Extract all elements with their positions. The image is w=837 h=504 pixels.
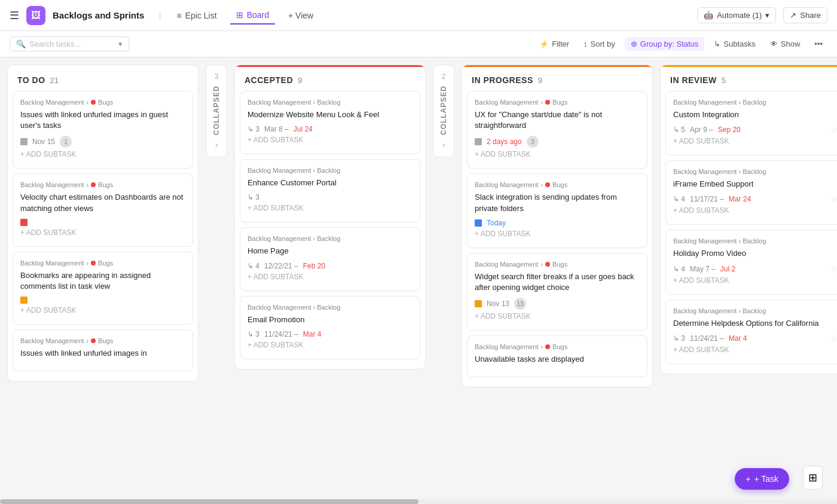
search-box[interactable]: 🔍 Search tasks... ▾ [10,36,129,51]
automate-button[interactable]: 🤖 Automate (1) ▾ [697,7,776,23]
add-subtask-button[interactable]: + ADD SUBTASK [673,343,837,356]
bug-dot [545,262,550,267]
flag-icon [475,219,482,227]
nav-epic-list[interactable]: ≡ Epic List [171,7,223,24]
add-subtask-button[interactable]: + ADD SUBTASK [673,274,837,287]
flag-icon [20,138,28,145]
card-accepted-1[interactable]: Backlog Management › Backlog Modernize W… [240,91,420,154]
sort-button[interactable]: ↕ Sort by [579,37,620,51]
filter-button[interactable]: ⚡ Filter [534,37,574,51]
card-meta: Backlog Management › Bugs [475,261,640,268]
show-button[interactable]: 👁 Show [765,37,805,51]
flag-icon [20,297,28,304]
card-footer: Nov 15 1 [20,136,185,148]
card-accepted-2[interactable]: Backlog Management › Backlog Enhance Cus… [240,159,420,222]
card-inreview-4[interactable]: Backlog Management › Backlog Determine H… [665,300,837,364]
eye-icon: 👁 [770,39,778,48]
column-header-in-review: IN REVIEW 5 [661,65,837,91]
add-subtask-button[interactable]: + ADD SUBTASK [248,338,413,352]
add-subtask-button[interactable]: + ADD SUBTASK [673,135,837,148]
column-in-progress: IN PROGRESS 9 Backlog Management › Bugs … [462,65,653,387]
bug-dot [91,338,96,343]
card-date: Nov 15 [32,138,55,146]
add-subtask-button[interactable]: + ADD SUBTASK [20,226,185,239]
horizontal-scrollbar[interactable] [0,499,837,504]
card-title: Holiday Promo Video [673,248,837,259]
avatar: 3 [527,136,539,148]
card-meta: Backlog Management › Bugs [475,181,640,188]
expand-icon[interactable]: › [442,140,445,149]
column-header-in-progress: IN PROGRESS 9 [462,65,652,91]
card-title: iFrame Embed Support [673,179,837,190]
card-date-start: 11/24/21 – [264,330,298,338]
nav-view[interactable]: + View [282,7,319,24]
toolbar: 🔍 Search tasks... ▾ ⚡ Filter ↕ Sort by ⊛… [0,31,837,57]
add-subtask-button[interactable]: + ADD SUBTASK [673,204,837,217]
card-todo-3[interactable]: Backlog Management › Bugs Bookmarks are … [13,252,193,325]
card-footer: ↳ 5 Apr 9 – Sep 20 ☆ [673,125,837,135]
add-subtask-button[interactable]: + ADD SUBTASK [20,304,185,317]
card-date-start: 11/24/21 – [690,334,724,343]
header: ☰ 🖼 Backlogs and Sprints | ≡ Epic List ⊞… [0,0,837,31]
card-inprogress-2[interactable]: Backlog Management › Bugs Slack integrat… [467,173,647,248]
column-title-todo: TO DO [17,75,45,85]
add-subtask-button[interactable]: + ADD SUBTASK [248,270,413,283]
collapsed-label: COLLAPSED [439,85,448,135]
group-button[interactable]: ⊛ Group by: Status [625,37,705,51]
list-icon: ≡ [177,11,182,20]
card-accepted-3[interactable]: Backlog Management › Backlog Home Page ↳… [240,227,420,291]
scrollbar-thumb[interactable] [0,499,418,504]
card-footer: ↳ 4 11/17/21 – Mar 24 ☆ [673,194,837,204]
bug-dot [91,261,96,265]
card-accepted-4[interactable]: Backlog Management › Backlog Email Promo… [240,296,420,359]
expand-icon[interactable]: › [215,140,218,149]
card-date-start: Mar 8 – [264,125,289,133]
add-subtask-button[interactable]: + ADD SUBTASK [475,310,640,323]
card-inprogress-3[interactable]: Backlog Management › Bugs Widget search … [467,253,647,331]
card-inprogress-1[interactable]: Backlog Management › Bugs UX for "Change… [467,91,647,169]
subtasks-button[interactable]: ↳ Subtasks [709,37,760,51]
card-inreview-3[interactable]: Backlog Management › Backlog Holiday Pro… [665,230,837,294]
chevron-down-icon: ▾ [118,39,123,48]
subtask-count: ↳ 3 [248,330,259,338]
star-icon[interactable]: ☆ [830,264,837,274]
column-accepted: ACCEPTED 9 Backlog Management › Backlog … [234,65,426,369]
card-todo-1[interactable]: Backlog Management › Bugs Issues with li… [13,91,193,169]
add-subtask-button[interactable]: + ADD SUBTASK [248,133,413,146]
card-todo-4[interactable]: Backlog Management › Bugs Issues with li… [13,329,193,371]
avatar: 1 [60,136,72,148]
subtask-count: ↳ 4 [673,265,685,273]
board-icon: ⊞ [236,10,243,20]
add-task-button[interactable]: + + Task [735,468,789,490]
card-title: Enhance Customer Portal [248,178,413,188]
collapsed-label: COLLAPSED [212,85,221,135]
add-subtask-button[interactable]: + ADD SUBTASK [248,201,413,215]
nav-board[interactable]: ⊞ Board [230,7,275,25]
more-options-button[interactable]: ••• [809,37,827,51]
bug-dot [91,100,96,105]
bug-dot [545,100,550,105]
card-date-end: Mar 4 [729,334,747,343]
search-icon: 🔍 [16,39,26,48]
share-button[interactable]: ↗ Share [783,7,827,23]
card-date-start: Apr 9 – [690,126,713,134]
card-inreview-1[interactable]: Backlog Management › Backlog Custom Inte… [665,91,837,155]
star-icon[interactable]: ☆ [830,194,837,204]
grid-icon: ⊞ [808,471,817,484]
collapsed-count: 2 [442,72,446,81]
avatar: 13 [514,298,526,310]
column-title-accepted: ACCEPTED [245,75,293,85]
card-title: Issues with linked unfurled images in gu… [20,109,185,131]
star-icon[interactable]: ☆ [830,334,837,343]
card-inreview-2[interactable]: Backlog Management › Backlog iFrame Embe… [665,160,837,225]
star-icon[interactable]: ☆ [830,125,837,135]
add-subtask-button[interactable]: + ADD SUBTASK [475,148,640,161]
add-subtask-button[interactable]: + ADD SUBTASK [475,227,640,240]
add-subtask-button[interactable]: + ADD SUBTASK [20,148,185,161]
hamburger-icon[interactable]: ☰ [10,9,19,22]
app-grid-button[interactable]: ⊞ [803,466,823,490]
card-inprogress-4[interactable]: Backlog Management › Bugs Unavailable ta… [467,335,647,377]
card-footer: ↳ 4 May 7 – Jul 2 ☆ [673,264,837,274]
card-title: Determine Helpdesk Options for Californi… [673,318,837,329]
card-todo-2[interactable]: Backlog Management › Bugs Velocity chart… [13,173,193,246]
